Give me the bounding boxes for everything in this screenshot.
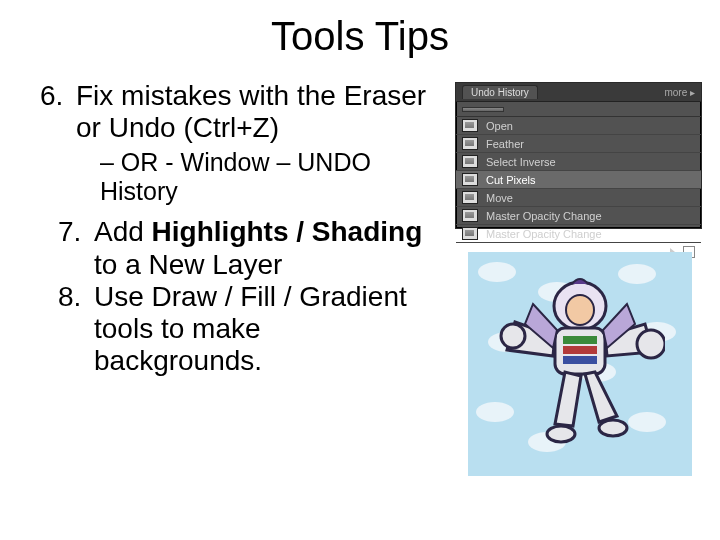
slide: Tools Tips 6. Fix mistakes with the Eras…	[0, 0, 720, 540]
history-row[interactable]: Cut Pixels	[456, 171, 701, 189]
history-row[interactable]: Master Opacity Change	[456, 207, 701, 225]
panel-header: Undo History more ▸	[456, 83, 701, 102]
list-number: 8.	[58, 281, 94, 378]
svg-point-9	[599, 420, 627, 436]
list-item-6: 6. Fix mistakes with the Eraser or Undo …	[40, 80, 430, 144]
list-number: 6.	[40, 80, 76, 144]
history-step-icon	[456, 117, 484, 134]
list-text: Fix mistakes with the Eraser or Undo (Ct…	[76, 80, 430, 144]
svg-point-7	[637, 330, 665, 358]
history-row-label: Move	[484, 192, 701, 204]
svg-rect-5	[563, 356, 597, 364]
history-step-icon	[456, 153, 484, 170]
undo-history-panel: Undo History more ▸ OpenFeatherSelect In…	[455, 82, 702, 229]
list-item-8: 8. Use Draw / Fill / Gradient tools to m…	[58, 281, 430, 378]
list-number: 7.	[58, 216, 94, 280]
history-row[interactable]: Open	[456, 117, 701, 135]
history-step-icon	[456, 207, 484, 224]
svg-point-1	[566, 295, 594, 325]
list-text: Use Draw / Fill / Gradient tools to make…	[94, 281, 430, 378]
history-row-label: Cut Pixels	[484, 174, 701, 186]
sky-background	[468, 252, 692, 476]
svg-rect-4	[563, 346, 597, 354]
history-row[interactable]: Feather	[456, 135, 701, 153]
history-row-label: Open	[484, 120, 701, 132]
bullet-list: 6. Fix mistakes with the Eraser or Undo …	[40, 80, 430, 377]
history-step-icon	[456, 189, 484, 206]
history-row[interactable]: Move	[456, 189, 701, 207]
history-row[interactable]: Master Opacity Change	[456, 225, 701, 243]
panel-toolbar	[456, 102, 701, 117]
slide-title: Tools Tips	[0, 14, 720, 59]
svg-rect-3	[563, 336, 597, 344]
history-row-label: Master Opacity Change	[484, 210, 701, 222]
character-icon	[495, 264, 665, 464]
history-step-icon	[456, 135, 484, 152]
history-row-label: Select Inverse	[484, 156, 701, 168]
history-list: OpenFeatherSelect InverseCut PixelsMoveM…	[456, 117, 701, 243]
panel-tab[interactable]: Undo History	[462, 85, 538, 99]
list-subitem: – OR - Window – UNDO History	[100, 148, 430, 206]
history-row-label: Master Opacity Change	[484, 228, 701, 240]
slider-icon	[462, 107, 504, 112]
history-step-icon	[456, 171, 484, 188]
history-row[interactable]: Select Inverse	[456, 153, 701, 171]
list-text: Add Highlights / Shading to a New Layer	[94, 216, 430, 280]
list-item-7: 7. Add Highlights / Shading to a New Lay…	[58, 216, 430, 280]
illustration	[468, 252, 692, 476]
panel-more-menu[interactable]: more ▸	[664, 87, 695, 98]
svg-point-8	[547, 426, 575, 442]
history-row-label: Feather	[484, 138, 701, 150]
svg-point-6	[501, 324, 525, 348]
history-step-icon	[456, 225, 484, 242]
